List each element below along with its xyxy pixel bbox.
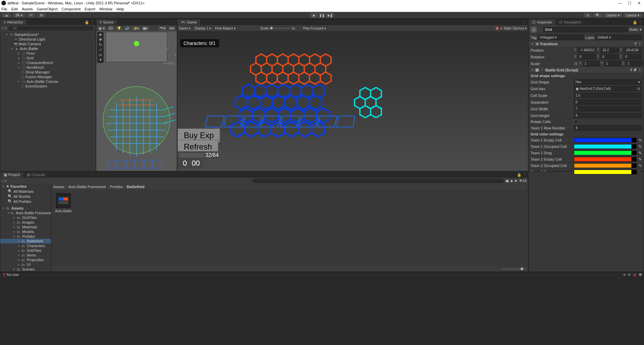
panel-menu-icon[interactable]: ⋮ [523, 20, 527, 24]
hierarchy-item[interactable]: ▾◈Auto-Battle [0, 46, 96, 51]
breadcrumb-item[interactable]: Prefabs [110, 185, 123, 189]
panel-lock-icon[interactable]: 🔒 [517, 173, 522, 177]
rotate-tool-icon[interactable]: ↻ [98, 43, 103, 47]
account-dropdown[interactable]: JR ▾ [13, 13, 25, 17]
game-viewport[interactable]: Characters: 0/1 [177, 31, 528, 171]
transform-tool-icon[interactable]: ✦ [98, 58, 103, 62]
rot-y-input[interactable] [601, 54, 619, 59]
breadcrumb-item[interactable]: Auto-Battle Framework [68, 185, 106, 189]
menu-component[interactable]: Component [61, 7, 80, 11]
thumb-size-slider[interactable] [502, 269, 526, 270]
hierarchy-item[interactable]: ☀Directional Light [0, 37, 96, 42]
project-folder[interactable]: ▾Auto-Battle Framework [0, 211, 51, 215]
panel-menu-icon[interactable]: ⋮ [172, 20, 175, 24]
eyedropper-icon[interactable]: ✎ [639, 145, 642, 149]
settings-icon[interactable]: ⚙ [37, 13, 46, 17]
project-folder[interactable]: ▸Items [0, 253, 51, 257]
asset-grid[interactable]: Auto-Battle [51, 190, 528, 266]
scene-viewport[interactable]: 👁 ✥ ↻ ⤢ ▭ ✦ x y ◂ Persp [96, 31, 177, 171]
favorites-header[interactable]: ▾★ Favorites [0, 184, 51, 189]
gizmos-toggle[interactable]: Gizmos ▾ [513, 26, 527, 30]
menu-assets[interactable]: Assets [22, 7, 33, 11]
menu-gameobject[interactable]: GameObject [37, 7, 58, 11]
search-by-label-icon[interactable]: ◈ [510, 179, 513, 183]
project-folder[interactable]: ▾Prefabs [0, 234, 51, 239]
hierarchy-item[interactable]: ▢Fusion Manager [0, 74, 96, 79]
static-dropdown[interactable]: ▾ [640, 27, 642, 32]
game-tab[interactable]: 🎮Game [177, 19, 201, 25]
panel-menu-icon[interactable]: ⋮ [639, 20, 642, 24]
hierarchy-search-input[interactable] [8, 26, 94, 31]
rot-z-input[interactable] [624, 54, 642, 59]
lighting-icon[interactable]: 💡 [116, 26, 122, 31]
fx-dropdown[interactable]: ✨▾ [132, 26, 140, 31]
menu-help[interactable]: Help [116, 7, 124, 11]
pos-z-input[interactable] [624, 48, 642, 53]
aspect-dropdown[interactable]: Free Aspect ▾ [215, 26, 235, 30]
console-tab[interactable]: ▤Console [23, 172, 49, 178]
eyedropper-icon[interactable]: ✎ [639, 157, 642, 162]
hierarchy-item-grid[interactable]: ▸▢Grid [0, 56, 96, 60]
project-tab[interactable]: ▦Project [0, 172, 23, 178]
layers-dropdown[interactable]: Layers ▾ [604, 13, 622, 17]
layout-dropdown[interactable]: Layout ▾ [624, 13, 642, 17]
hierarchy-item[interactable]: ▢EventSystem [0, 84, 96, 89]
component-menu-icon[interactable]: ⋮ [638, 42, 642, 46]
step-button[interactable]: ▶❚ [326, 13, 334, 18]
battlegrid-foldout[interactable]: ▾ [531, 68, 534, 72]
project-folder[interactable]: ▸Characters [0, 243, 51, 248]
project-folder[interactable]: ▸Images [0, 220, 51, 225]
panel-menu-icon[interactable]: ⋮ [523, 173, 527, 177]
project-search-input[interactable] [252, 179, 504, 183]
color-swatch[interactable] [574, 144, 637, 149]
rect-tool-icon[interactable]: ▭ [98, 53, 103, 57]
cell-scale-input[interactable] [574, 93, 642, 98]
eyedropper-icon[interactable]: ✎ [639, 164, 642, 168]
autogenerate-lighting-icon[interactable]: ☀ [623, 273, 626, 277]
scene-tab[interactable]: #Scene [96, 19, 117, 25]
close-button[interactable]: ✕ [637, 1, 641, 5]
component-enabled-checkbox[interactable]: ✓ [540, 68, 544, 72]
project-folder[interactable]: ▸Scenes [0, 267, 51, 272]
separation-input[interactable] [574, 100, 642, 105]
asset-item[interactable]: Auto-Battle [54, 192, 73, 213]
shaded-dropdown[interactable]: ◐ ▾ [98, 26, 106, 31]
game-dropdown[interactable]: Game ▾ [179, 26, 191, 30]
hierarchy-item[interactable]: ▸▢ItemBench [0, 65, 96, 70]
preset-icon[interactable]: ⇵ [634, 68, 637, 72]
tag-dropdown[interactable]: Untagged ▾ [538, 35, 584, 40]
view-tool-icon[interactable]: 👁 [98, 33, 103, 37]
eyedropper-icon[interactable]: ✎ [639, 138, 642, 142]
pos-y-input[interactable] [601, 48, 619, 53]
favorite-item[interactable]: 🔍 All Materials [0, 189, 51, 194]
assets-header[interactable]: ▾Assets [0, 206, 51, 211]
color-swatch[interactable] [574, 151, 637, 155]
hierarchy-item[interactable]: ▢Shop Manager [0, 70, 96, 74]
cloud-icon[interactable]: ☁ [2, 13, 11, 17]
play-focused-dropdown[interactable]: Play Focused ▾ [303, 26, 326, 30]
project-folder[interactable]: ▸UI [0, 262, 51, 267]
scale-slider[interactable] [270, 28, 290, 29]
menu-export[interactable]: Export [85, 7, 95, 11]
breadcrumb-item[interactable]: Assets [53, 185, 64, 189]
color-swatch[interactable] [574, 170, 637, 174]
grid-snap-icon[interactable]: ▦▾ [142, 26, 149, 31]
project-folder[interactable]: ▸GridTiles [0, 248, 51, 253]
gizmos-dropdown[interactable]: ⚙▾ [168, 26, 175, 31]
object-name-input[interactable] [543, 27, 628, 32]
scene-menu-icon[interactable]: ⋮ [91, 32, 94, 37]
panel-menu-icon[interactable]: ⋮ [91, 20, 94, 24]
hierarchy-item[interactable]: ▸▢CharacterBench [0, 60, 96, 65]
error-icon[interactable]: ❗ [2, 273, 6, 277]
undo-history-icon[interactable]: ↶ [27, 13, 35, 17]
scale-tool-icon[interactable]: ⤢ [98, 48, 103, 52]
favorite-item[interactable]: 🔍 All Models [0, 194, 51, 199]
scene-root[interactable]: ▾◎ SampleScene* ⋮ [0, 32, 96, 37]
menu-file[interactable]: File [1, 7, 7, 11]
display-dropdown[interactable]: Display 1 ▾ [195, 26, 211, 30]
favorite-item[interactable]: 🔍 All Prefabs [0, 199, 51, 204]
transform-foldout[interactable]: ▾ [531, 42, 534, 46]
scl-z-input[interactable] [626, 61, 643, 66]
create-dropdown-icon[interactable]: + ▾ [2, 179, 7, 183]
inspector-tab[interactable]: ⓘInspector [529, 19, 556, 25]
